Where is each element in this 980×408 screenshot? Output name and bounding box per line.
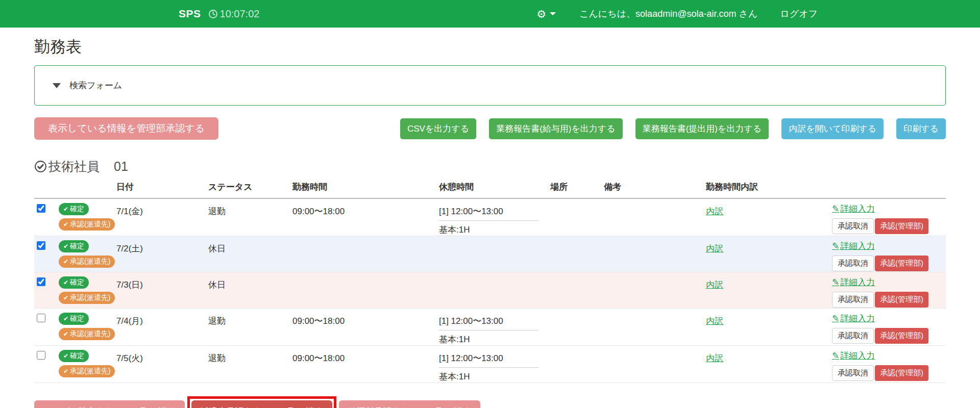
agency-approved-badge: ✔ 承認(派遣先) [59, 218, 115, 231]
check-icon: ✔ [63, 294, 68, 301]
cancel-approval-button[interactable]: 承認取消 [832, 256, 874, 271]
table-row: ✔ 確定 ✔ 承認(派遣先) 7/4(月) 退勤 09:00〜18:00 [1]… [34, 309, 946, 346]
place-cell [550, 309, 604, 345]
approve-admin-button[interactable]: 承認(管理部) [875, 292, 928, 308]
check-circle-icon [34, 160, 47, 173]
agency-approved-badge-label: 承認(派遣先) [70, 329, 110, 339]
detail-input-link[interactable]: ✎ 詳細入力 [832, 240, 875, 252]
print-with-breakdown-button[interactable]: 内訳を開いて印刷する [781, 118, 884, 139]
timesheet-table-body: ✔ 確定 ✔ 承認(派遣先) 7/1(金) 退勤 09:00〜18:00 [1]… [34, 199, 946, 383]
check-icon: ✔ [63, 330, 68, 338]
cancel-agency-approval-button[interactable]: 派遣先承認をまとめて取り消す [191, 400, 333, 408]
detail-input-link[interactable]: ✎ 詳細入力 [832, 276, 875, 288]
detail-input-link[interactable]: ✎ 詳細入力 [832, 313, 875, 324]
break-time-cell: [1] 12:00〜13:00 基本:1H [439, 199, 550, 236]
approve-admin-button[interactable]: 承認(管理部) [875, 256, 928, 271]
break-basic-value: 基本:1H [439, 371, 550, 382]
breakdown-link[interactable]: 内訳 [706, 207, 723, 216]
clock-display: 10:07:02 [208, 8, 260, 20]
gear-icon: ⚙ [536, 9, 546, 19]
note-cell [604, 309, 706, 345]
col-header-date: 日付 [116, 181, 208, 193]
print-button[interactable]: 印刷する [896, 118, 946, 139]
check-icon: ✔ [63, 352, 68, 360]
export-report-salary-button[interactable]: 業務報告書(給与用)を出力する [489, 118, 623, 139]
export-csv-button[interactable]: CSVを出力する [400, 118, 476, 139]
confirmed-badge: ✔ 確定 [59, 276, 89, 289]
date-cell: 7/4(月) [116, 309, 208, 345]
breakdown-link[interactable]: 内訳 [706, 353, 723, 363]
employee-section-header: 技術社員 01 [34, 158, 946, 175]
settings-menu[interactable]: ⚙ [536, 9, 556, 19]
detail-input-label: 詳細入力 [840, 313, 875, 324]
status-cell: 退勤 [208, 309, 292, 345]
note-cell [604, 272, 706, 308]
approve-admin-button[interactable]: 承認(管理部) [875, 365, 928, 381]
cancel-approval-button[interactable]: 承認取消 [832, 218, 874, 234]
employee-code: 01 [114, 159, 128, 174]
cancel-user-confirm-button[interactable]: ユーザー確定をまとめて取り消す [34, 400, 185, 408]
break-time-cell: [1] 12:00〜13:00 基本:1H [439, 346, 550, 382]
col-header-work-time: 勤務時間 [292, 181, 439, 193]
row-checkbox[interactable] [37, 314, 45, 322]
detail-input-label: 詳細入力 [840, 276, 875, 288]
cancel-approval-button[interactable]: 承認取消 [832, 365, 874, 381]
breakdown-link[interactable]: 内訳 [706, 316, 723, 326]
page-title: 勤務表 [34, 36, 946, 58]
detail-input-label: 詳細入力 [840, 240, 875, 252]
approve-admin-button[interactable]: 承認(管理部) [875, 218, 928, 234]
app-brand[interactable]: SPS [179, 8, 201, 20]
search-form-toggle[interactable]: 検索フォーム [53, 80, 122, 91]
check-icon: ✔ [63, 206, 68, 213]
row-action-buttons: 承認取消 承認(管理部) [832, 218, 946, 234]
row-checkbox[interactable] [37, 351, 45, 360]
col-header-break-time: 休憩時間 [439, 181, 550, 193]
approve-admin-button[interactable]: 承認(管理部) [875, 328, 928, 344]
col-header-note: 備考 [604, 181, 706, 193]
breakdown-cell: 内訳 [706, 199, 832, 236]
user-greeting[interactable]: こんにちは、solaadmin@sola-air.com さん [579, 8, 757, 20]
timesheet-table: 日付 ステータス 勤務時間 休憩時間 場所 備考 勤務時間内訳 ✔ 確定 ✔ 承… [34, 181, 946, 383]
approve-all-button[interactable]: 表示している情報を管理部承認する [34, 117, 218, 140]
breakdown-link[interactable]: 内訳 [706, 280, 723, 290]
table-row: ✔ 確定 ✔ 承認(派遣先) 7/2(土) 休日 内訳 ✎ 詳細入力 承認 [34, 236, 946, 272]
work-time-cell [292, 272, 439, 308]
logoff-link[interactable]: ログオフ [780, 8, 818, 20]
break-time-cell: [1] 12:00〜13:00 基本:1H [439, 309, 550, 345]
checkbox-cell [34, 199, 59, 236]
row-checkbox[interactable] [37, 277, 45, 286]
cancel-admin-approval-button[interactable]: 管理部承認をまとめて取り消す [339, 400, 480, 408]
table-row: ✔ 確定 ✔ 承認(派遣先) 7/1(金) 退勤 09:00〜18:00 [1]… [34, 199, 946, 236]
row-checkbox[interactable] [37, 241, 45, 250]
col-header-breakdown: 勤務時間内訳 [706, 181, 832, 193]
top-navbar: SPS 10:07:02 ⚙ こんにちは、solaadmin@sola-air.… [0, 0, 980, 28]
export-button-group: CSVを出力する 業務報告書(給与用)を出力する 業務報告書(提出用)を出力する… [400, 118, 946, 139]
cancel-approval-button[interactable]: 承認取消 [832, 292, 874, 308]
badges-cell: ✔ 確定 ✔ 承認(派遣先) [59, 309, 116, 345]
note-cell [604, 199, 706, 236]
row-checkbox[interactable] [37, 204, 45, 213]
badges-cell: ✔ 確定 ✔ 承認(派遣先) [59, 236, 116, 272]
checkbox-cell [34, 309, 59, 345]
detail-input-link[interactable]: ✎ 詳細入力 [832, 350, 875, 362]
export-report-submit-button[interactable]: 業務報告書(提出用)を出力する [635, 118, 769, 139]
breakdown-link[interactable]: 内訳 [706, 244, 723, 253]
target-highlight-box: 派遣先承認をまとめて取り消す [187, 396, 337, 408]
clock-time: 10:07:02 [220, 8, 260, 20]
breakdown-cell: 内訳 [706, 309, 832, 345]
agency-approved-badge: ✔ 承認(派遣先) [59, 365, 115, 377]
place-cell [550, 346, 604, 382]
check-icon: ✔ [63, 279, 68, 286]
confirmed-badge-label: 確定 [70, 242, 84, 251]
actions-row: 表示している情報を管理部承認する CSVを出力する 業務報告書(給与用)を出力す… [34, 117, 946, 140]
status-cell: 休日 [208, 272, 292, 308]
work-time-cell [292, 236, 439, 272]
table-row: ✔ 確定 ✔ 承認(派遣先) 7/3(日) 休日 内訳 ✎ 詳細入力 承認 [34, 272, 946, 309]
detail-input-link[interactable]: ✎ 詳細入力 [832, 203, 875, 215]
cancel-approval-button[interactable]: 承認取消 [832, 328, 874, 344]
check-icon: ✔ [63, 221, 68, 228]
check-icon: ✔ [63, 315, 68, 322]
agency-approved-badge-label: 承認(派遣先) [70, 293, 110, 302]
checkbox-cell [34, 236, 59, 272]
confirmed-badge: ✔ 確定 [59, 240, 89, 252]
